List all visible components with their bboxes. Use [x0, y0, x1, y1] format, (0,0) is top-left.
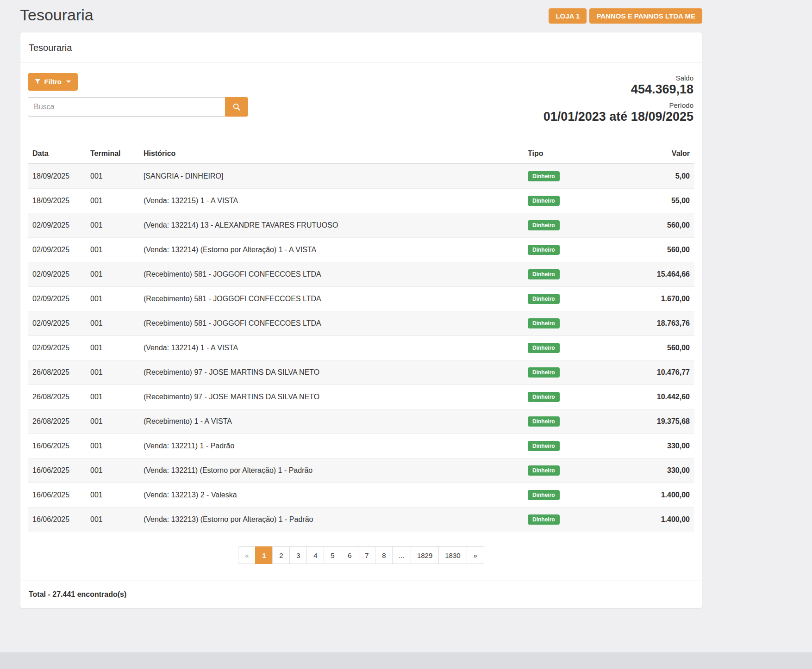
pagination-item[interactable]: 4 [306, 546, 324, 564]
card-body: Filtro Saldo 454.369,18 Período 01/01/20… [20, 63, 702, 581]
cell-historico: (Recebimento) 1 - A VISTA [139, 409, 523, 434]
company-button[interactable]: PANNOS E PANNOS LTDA ME [589, 8, 702, 24]
cell-historico: (Venda: 132214) (Estorno por Alteração) … [139, 238, 523, 262]
cell-data: 26/08/2025 [28, 409, 86, 434]
cell-terminal: 001 [86, 360, 139, 385]
cell-terminal: 001 [86, 189, 139, 213]
controls-row: Filtro Saldo 454.369,18 Período 01/01/20… [28, 73, 694, 125]
table-row: 26/08/2025001(Recebimento) 97 - JOSE MAR… [28, 360, 694, 385]
cell-data: 02/09/2025 [28, 336, 86, 360]
pagination-item[interactable]: 1 [255, 546, 273, 564]
saldo-value: 454.369,18 [543, 82, 693, 98]
search-input[interactable] [28, 97, 225, 117]
search-button[interactable] [225, 97, 248, 117]
pagination-item[interactable]: ... [392, 546, 411, 564]
cell-historico: (Venda: 132213) (Estorno por Alteração) … [139, 508, 523, 532]
cell-data: 26/08/2025 [28, 360, 86, 385]
caret-down-icon [66, 81, 71, 83]
cell-historico: (Recebimento) 97 - JOSE MARTINS DA SILVA… [139, 385, 523, 409]
cell-tipo: Dinheiro [523, 409, 616, 434]
cell-valor: 1.670,00 [616, 287, 694, 311]
cell-terminal: 001 [86, 164, 139, 189]
table-row: 16/06/2025001(Venda: 132211) 1 - PadrãoD… [28, 434, 694, 458]
tipo-badge: Dinheiro [528, 441, 560, 451]
tipo-badge: Dinheiro [528, 196, 560, 206]
header-historico: Histórico [139, 144, 523, 164]
tipo-badge: Dinheiro [528, 318, 560, 328]
filter-button[interactable]: Filtro [28, 73, 78, 91]
cell-data: 02/09/2025 [28, 238, 86, 262]
pagination-item[interactable]: 5 [324, 546, 341, 564]
pagination-item[interactable]: 1829 [411, 546, 439, 564]
cell-tipo: Dinheiro [523, 458, 616, 483]
cell-tipo: Dinheiro [523, 238, 616, 262]
table-row: 02/09/2025001(Venda: 132214) 13 - ALEXAN… [28, 213, 694, 238]
cell-tipo: Dinheiro [523, 287, 616, 311]
cell-terminal: 001 [86, 434, 139, 458]
table-row: 02/09/2025001(Recebimento) 581 - JOGGOFI… [28, 262, 694, 287]
cell-data: 26/08/2025 [28, 385, 86, 409]
pagination-item[interactable]: 6 [341, 546, 358, 564]
header-terminal: Terminal [86, 144, 139, 164]
tipo-badge: Dinheiro [528, 392, 560, 402]
cell-tipo: Dinheiro [523, 189, 616, 213]
pagination-item: « [238, 546, 256, 564]
store-button[interactable]: LOJA 1 [549, 8, 587, 24]
pagination-item[interactable]: » [467, 546, 484, 564]
pagination-item[interactable]: 2 [272, 546, 290, 564]
cell-terminal: 001 [86, 458, 139, 483]
table-row: 26/08/2025001(Recebimento) 97 - JOSE MAR… [28, 385, 694, 409]
cell-data: 16/06/2025 [28, 483, 86, 508]
pagination-item[interactable]: 7 [358, 546, 375, 564]
cell-terminal: 001 [86, 409, 139, 434]
cell-valor: 55,00 [616, 189, 694, 213]
cell-historico: (Venda: 132211) 1 - Padrão [139, 434, 523, 458]
transactions-table: Data Terminal Histórico Tipo Valor 18/09… [28, 144, 694, 532]
search-group [28, 97, 248, 117]
top-buttons: LOJA 1 PANNOS E PANNOS LTDA ME [549, 8, 702, 24]
cell-valor: 560,00 [616, 213, 694, 238]
cell-data: 02/09/2025 [28, 262, 86, 287]
search-icon [232, 103, 241, 111]
cell-valor: 1.400,00 [616, 483, 694, 508]
cell-terminal: 001 [86, 238, 139, 262]
cell-data: 02/09/2025 [28, 287, 86, 311]
header-valor: Valor [616, 144, 694, 164]
filter-funnel-icon [35, 79, 41, 85]
left-controls: Filtro [28, 73, 248, 117]
cell-valor: 330,00 [616, 434, 694, 458]
pagination-item[interactable]: 8 [375, 546, 393, 564]
cell-terminal: 001 [86, 311, 139, 336]
table-row: 02/09/2025001(Venda: 132214) (Estorno po… [28, 238, 694, 262]
cell-valor: 330,00 [616, 458, 694, 483]
cell-tipo: Dinheiro [523, 262, 616, 287]
cell-tipo: Dinheiro [523, 311, 616, 336]
cell-terminal: 001 [86, 508, 139, 532]
cell-terminal: 001 [86, 213, 139, 238]
cell-valor: 10.476,77 [616, 360, 694, 385]
cell-historico: (Venda: 132214) 13 - ALEXANDRE TAVARES F… [139, 213, 523, 238]
cell-data: 18/09/2025 [28, 164, 86, 189]
cell-data: 18/09/2025 [28, 189, 86, 213]
cell-historico: (Recebimento) 581 - JOGGOFI CONFECCOES L… [139, 311, 523, 336]
tipo-badge: Dinheiro [528, 171, 560, 181]
cell-tipo: Dinheiro [523, 508, 616, 532]
cell-historico: (Venda: 132211) (Estorno por Alteração) … [139, 458, 523, 483]
pagination-item[interactable]: 3 [289, 546, 307, 564]
tipo-badge: Dinheiro [528, 490, 560, 500]
total-count: Total - 27.441 encontrado(s) [29, 590, 693, 599]
table-row: 02/09/2025001(Recebimento) 581 - JOGGOFI… [28, 311, 694, 336]
pagination-item[interactable]: 1830 [438, 546, 467, 564]
cell-data: 02/09/2025 [28, 213, 86, 238]
cell-historico: [SANGRIA - DINHEIRO] [139, 164, 523, 189]
filter-button-label: Filtro [44, 78, 62, 85]
header-data: Data [28, 144, 86, 164]
cell-tipo: Dinheiro [523, 213, 616, 238]
cell-tipo: Dinheiro [523, 385, 616, 409]
cell-historico: (Venda: 132213) 2 - Valeska [139, 483, 523, 508]
tipo-badge: Dinheiro [528, 465, 560, 476]
cell-tipo: Dinheiro [523, 483, 616, 508]
table-header-row: Data Terminal Histórico Tipo Valor [28, 144, 694, 164]
table-row: 16/06/2025001(Venda: 132213) 2 - Valeska… [28, 483, 694, 508]
cell-terminal: 001 [86, 483, 139, 508]
